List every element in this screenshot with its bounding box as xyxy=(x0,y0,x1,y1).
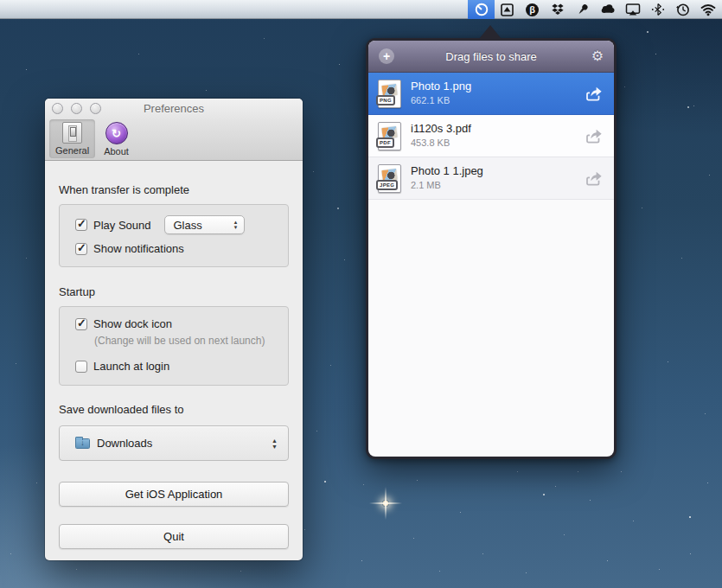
transfer-app-menu-icon[interactable] xyxy=(468,0,495,19)
transfer-complete-group: Play Sound Glass Show notifications xyxy=(59,204,289,267)
launch-at-login-row: Launch at login xyxy=(75,360,279,373)
sound-select-value: Glass xyxy=(174,219,233,232)
popover-header: Drag files to share xyxy=(368,41,614,73)
transfer-complete-heading: When transfer is complete xyxy=(59,183,289,196)
play-sound-checkbox[interactable] xyxy=(75,219,87,231)
jpeg-file-icon: JPEG xyxy=(378,164,401,193)
file-row-photo-1-png[interactable]: PNG Photo 1.png 662.1 KB xyxy=(368,73,614,115)
wifi-menu-icon[interactable] xyxy=(695,0,720,19)
startup-heading: Startup xyxy=(59,285,289,298)
settings-gear-icon[interactable] xyxy=(588,48,604,64)
menu-bar xyxy=(0,0,722,19)
show-dock-icon-checkbox[interactable] xyxy=(75,318,87,330)
file-size: 453.8 KB xyxy=(411,137,585,148)
share-icon[interactable] xyxy=(585,85,604,102)
bluetooth-menu-icon[interactable] xyxy=(645,0,670,19)
play-sound-label: Play Sound xyxy=(93,219,151,232)
file-size: 2.1 MB xyxy=(411,180,585,190)
share-icon[interactable] xyxy=(585,127,604,144)
popover-arrow xyxy=(479,25,502,39)
tab-label: About xyxy=(104,146,129,157)
title-bar[interactable]: Preferences xyxy=(45,99,303,118)
dock-change-note: (Change will be used on next launch) xyxy=(94,335,279,347)
desktop: Drag files to share PNG Photo 1.png 662.… xyxy=(0,0,722,588)
file-type-badge: PNG xyxy=(376,95,395,105)
downloads-folder-icon xyxy=(75,438,90,449)
share-popover: Drag files to share PNG Photo 1.png 662.… xyxy=(366,38,617,459)
pdf-file-icon: PDF xyxy=(378,122,401,150)
save-files-heading: Save downloaded files to xyxy=(59,403,289,416)
download-folder-select[interactable]: Downloads xyxy=(59,425,289,461)
png-file-icon: PNG xyxy=(378,80,401,108)
show-dock-icon-label: Show dock icon xyxy=(93,317,172,330)
startup-group: Show dock icon (Change will be used on n… xyxy=(59,306,289,386)
file-type-badge: PDF xyxy=(376,137,394,148)
flare-star xyxy=(382,500,389,507)
share-icon[interactable] xyxy=(585,169,604,187)
about-icon xyxy=(105,122,128,144)
preferences-window: Preferences General About When t xyxy=(45,99,303,560)
add-files-button[interactable] xyxy=(379,48,394,64)
time-machine-menu-icon[interactable] xyxy=(670,0,695,19)
file-row-i1120s-3-pdf[interactable]: PDF i1120s 3.pdf 453.8 KB xyxy=(368,115,614,157)
general-switch-icon xyxy=(62,122,82,144)
beta-menu-icon[interactable] xyxy=(520,0,545,19)
file-type-badge: JPEG xyxy=(376,180,398,190)
cloud-menu-icon[interactable] xyxy=(595,0,620,19)
show-notifications-row: Show notifications xyxy=(75,242,279,255)
eject-box-menu-icon[interactable] xyxy=(495,0,520,19)
launch-at-login-checkbox[interactable] xyxy=(75,361,87,373)
airplay-display-menu-icon[interactable] xyxy=(620,0,645,19)
tab-label: General xyxy=(55,145,89,156)
stepper-arrows-icon xyxy=(233,220,239,230)
window-header: Preferences General About xyxy=(45,99,303,161)
close-button[interactable] xyxy=(52,103,63,114)
file-name: i1120s 3.pdf xyxy=(411,123,585,136)
popover-title: Drag files to share xyxy=(394,50,588,63)
zoom-button[interactable] xyxy=(90,103,101,114)
stepper-arrows-icon xyxy=(272,438,278,450)
quit-button[interactable]: Quit xyxy=(59,524,289,549)
show-dock-icon-row: Show dock icon xyxy=(75,317,279,330)
get-ios-application-button[interactable]: Get iOS Application xyxy=(59,482,289,507)
play-sound-row: Play Sound Glass xyxy=(75,215,279,234)
tab-general[interactable]: General xyxy=(49,119,95,158)
dropbox-menu-icon[interactable] xyxy=(545,0,570,19)
file-name: Photo 1 1.jpeg xyxy=(411,165,585,178)
show-notifications-label: Show notifications xyxy=(93,242,184,255)
preferences-toolbar: General About xyxy=(45,118,303,159)
menu-extras-tray xyxy=(468,0,720,19)
tab-about[interactable]: About xyxy=(98,119,135,159)
beta-icon xyxy=(526,3,539,16)
sound-select[interactable]: Glass xyxy=(164,215,245,234)
show-notifications-checkbox[interactable] xyxy=(75,243,87,255)
file-row-photo-1-1-jpeg[interactable]: JPEG Photo 1 1.jpeg 2.1 MB xyxy=(368,157,614,200)
file-size: 662.1 KB xyxy=(411,95,585,105)
launch-at-login-label: Launch at login xyxy=(93,360,169,373)
minimize-button[interactable] xyxy=(71,103,82,114)
pushpin-menu-icon[interactable] xyxy=(570,0,595,19)
file-name: Photo 1.png xyxy=(411,80,585,93)
download-folder-value: Downloads xyxy=(97,437,272,450)
traffic-lights xyxy=(52,103,101,114)
file-list: PNG Photo 1.png 662.1 KB xyxy=(368,73,614,457)
preferences-content: When transfer is complete Play Sound Gla… xyxy=(45,183,303,549)
